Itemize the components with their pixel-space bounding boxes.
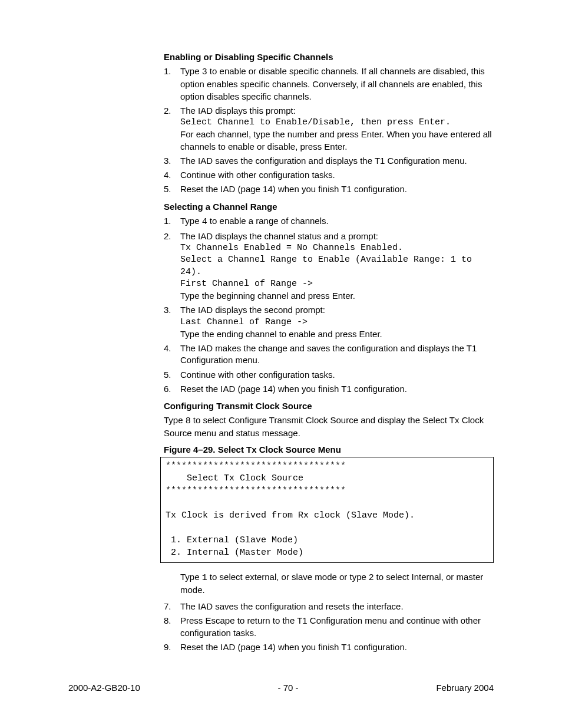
text: For each channel, type the number and pr…	[180, 129, 494, 153]
item-number: 4.	[164, 169, 180, 181]
item-number: 7.	[164, 601, 180, 612]
list-item: 5. Reset the IAD (page 14) when you fini…	[164, 183, 494, 195]
list-item: 2. The IAD displays the channel status a…	[164, 230, 494, 302]
item-body: Type 3 to enable or disable specific cha…	[180, 65, 494, 103]
text: to enable or disable specific channels. …	[180, 66, 485, 101]
text: to enable a range of channels.	[207, 216, 329, 226]
item-number: 5.	[164, 369, 180, 381]
text: Type	[180, 216, 202, 226]
item-number: 3.	[164, 304, 180, 340]
list-section3: 7. The IAD saves the configuration and r…	[164, 601, 494, 653]
text: Type	[164, 415, 186, 425]
text: to select Configure Transmit Clock Sourc…	[164, 415, 484, 438]
item-body: Press Escape to return to the T1 Configu…	[180, 615, 494, 639]
page-footer: 2000-A2-GB20-10 - 70 - February 2004	[68, 683, 494, 693]
after-menu-paragraph: Type 1 to select external, or slave mode…	[180, 571, 494, 597]
list-item: 2. The IAD displays this prompt: Select …	[164, 105, 494, 153]
list-section1: 1. Type 3 to enable or disable specific …	[164, 65, 494, 196]
footer-date: February 2004	[436, 683, 494, 693]
footer-doc-id: 2000-A2-GB20-10	[68, 683, 140, 693]
item-number: 2.	[164, 230, 180, 302]
text: The IAD displays the channel status and …	[180, 230, 494, 242]
item-number: 9.	[164, 641, 180, 653]
text: The IAD displays this prompt:	[180, 105, 494, 117]
list-item: 3. The IAD saves the configuration and d…	[164, 155, 494, 167]
list-item: 1. Type 3 to enable or disable specific …	[164, 65, 494, 103]
item-body: The IAD displays this prompt: Select Cha…	[180, 105, 494, 153]
item-body: The IAD displays the second prompt: Last…	[180, 304, 494, 340]
list-item: 5. Continue with other configuration tas…	[164, 369, 494, 381]
menu-box: ********************************** Selec…	[160, 457, 494, 563]
text: Type	[180, 572, 202, 582]
code-line: Last Channel of Range ->	[180, 317, 494, 328]
list-item: 7. The IAD saves the configuration and r…	[164, 601, 494, 612]
item-body: Continue with other configuration tasks.	[180, 169, 494, 181]
list-item: 3. The IAD displays the second prompt: L…	[164, 304, 494, 340]
list-item: 4. Continue with other configuration tas…	[164, 169, 494, 181]
mono-text: 8	[186, 416, 191, 426]
figure-caption: Figure 4–29. Select Tx Clock Source Menu	[164, 444, 494, 454]
item-body: Continue with other configuration tasks.	[180, 369, 494, 381]
item-number: 2.	[164, 105, 180, 153]
list-section2: 1. Type 4 to enable a range of channels.…	[164, 215, 494, 396]
text: to select external, or slave mode or typ…	[180, 572, 483, 595]
item-number: 1.	[164, 215, 180, 228]
heading-transmit-clock: Configuring Transmit Clock Source	[164, 401, 494, 411]
item-body: The IAD saves the configuration and rese…	[180, 601, 494, 612]
text: The IAD displays the second prompt:	[180, 304, 494, 316]
item-body: Reset the IAD (page 14) when you finish …	[180, 383, 494, 395]
mono-text: 1	[202, 573, 207, 583]
text: Type the ending channel to enable and pr…	[180, 328, 494, 340]
item-number: 3.	[164, 155, 180, 167]
mono-text: 4	[202, 217, 207, 227]
list-item: 9. Reset the IAD (page 14) when you fini…	[164, 641, 494, 653]
item-body: Type 4 to enable a range of channels.	[180, 215, 494, 228]
heading-enabling-disabling: Enabling or Disabling Specific Channels	[164, 52, 494, 62]
list-item: 4. The IAD makes the change and saves th…	[164, 342, 494, 367]
text: Type	[180, 66, 202, 76]
item-body: The IAD saves the configuration and disp…	[180, 155, 494, 167]
list-item: 8. Press Escape to return to the T1 Conf…	[164, 615, 494, 639]
item-number: 4.	[164, 342, 180, 367]
item-body: Reset the IAD (page 14) when you finish …	[180, 641, 494, 653]
list-item: 6. Reset the IAD (page 14) when you fini…	[164, 383, 494, 395]
page-content: Enabling or Disabling Specific Channels …	[0, 0, 562, 653]
mono-text: 3	[202, 67, 207, 77]
item-body: The IAD displays the channel status and …	[180, 230, 494, 302]
item-number: 8.	[164, 615, 180, 639]
code-line: Select Channel to Enable/Disable, then p…	[180, 117, 494, 129]
code-line: Tx Channels Enabled = No Channels Enable…	[180, 242, 494, 290]
text: Type the beginning channel and press Ent…	[180, 290, 494, 302]
intro-paragraph: Type 8 to select Configure Transmit Cloc…	[164, 414, 494, 440]
heading-channel-range: Selecting a Channel Range	[164, 202, 494, 212]
list-item: 1. Type 4 to enable a range of channels.	[164, 215, 494, 228]
item-number: 1.	[164, 65, 180, 103]
item-body: Reset the IAD (page 14) when you finish …	[180, 183, 494, 195]
item-body: The IAD makes the change and saves the c…	[180, 342, 494, 367]
footer-page-number: - 70 -	[278, 683, 299, 693]
item-number: 6.	[164, 383, 180, 395]
item-number: 5.	[164, 183, 180, 195]
